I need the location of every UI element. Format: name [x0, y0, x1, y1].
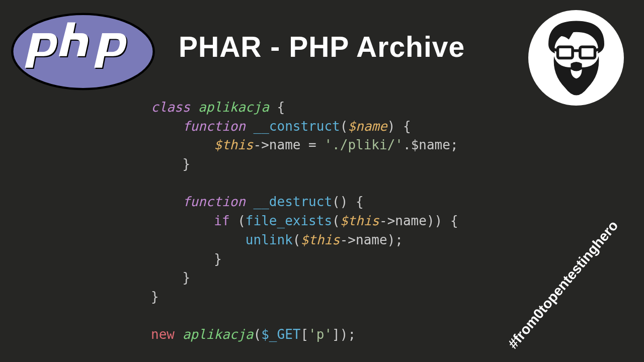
svg-line-4 — [552, 49, 557, 51]
svg-rect-1 — [557, 47, 573, 58]
fn-destruct: __destruct — [254, 194, 333, 209]
svg-line-5 — [595, 49, 600, 51]
fn-file-exists: file_exists — [246, 213, 332, 228]
keyword-if: if — [214, 213, 229, 228]
string-p: 'p' — [308, 327, 332, 342]
code-block: class aplikacja { function __construct($… — [151, 98, 458, 344]
page-title: PHAR - PHP Archive — [179, 30, 465, 63]
fn-unlink: unlink — [246, 232, 293, 247]
var-this: $this — [214, 137, 253, 152]
prop-name: name — [269, 137, 301, 152]
class-name: aplikacja — [198, 100, 269, 115]
keyword-class: class — [151, 100, 190, 115]
string-path: './pliki/' — [324, 137, 403, 152]
hashtag: #from0topentestinghero — [505, 218, 621, 352]
svg-rect-2 — [580, 47, 595, 58]
keyword-new: new — [151, 327, 175, 342]
avatar — [528, 10, 624, 106]
param-name: $name — [348, 119, 387, 134]
fn-construct: __construct — [254, 119, 340, 134]
php-logo — [10, 13, 156, 90]
keyword-function: function — [183, 119, 246, 134]
var-get: $_GET — [261, 327, 300, 342]
